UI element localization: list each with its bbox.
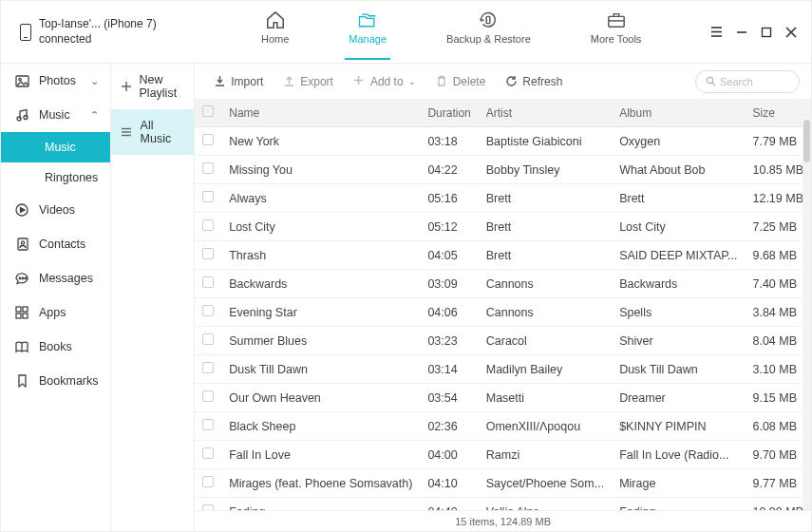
tab-backup[interactable]: Backup & Restore	[443, 5, 535, 60]
checkbox[interactable]	[202, 305, 214, 316]
checkbox[interactable]	[202, 248, 214, 259]
cell-artist: Brett	[479, 213, 612, 241]
tab-home[interactable]: Home	[257, 5, 293, 60]
checkbox[interactable]	[202, 191, 214, 202]
playlist-all-music[interactable]: All Music	[111, 109, 195, 155]
checkbox[interactable]	[202, 333, 214, 345]
col-name[interactable]: Name	[221, 99, 420, 127]
col-duration[interactable]: Duration	[420, 99, 478, 127]
checkbox[interactable]	[202, 219, 214, 231]
checkbox-all[interactable]	[202, 105, 214, 117]
cell-album: Dusk Till Dawn	[612, 355, 745, 384]
scrollbar-thumb[interactable]	[803, 120, 810, 162]
checkbox[interactable]	[202, 362, 214, 373]
checkbox[interactable]	[202, 134, 214, 145]
table-row[interactable]: Lost City05:12BrettLost City7.25 MB	[195, 213, 811, 241]
checkbox[interactable]	[202, 476, 214, 487]
table-row[interactable]: Fall In Love04:00RamziFall In Love (Radi…	[195, 441, 811, 469]
sidebar-item-apps[interactable]: Apps	[1, 295, 110, 330]
cell-name: Mirages (feat. Phoene Somsavath)	[221, 469, 420, 498]
window-controls	[710, 26, 797, 38]
table-row[interactable]: Our Own Heaven03:54MasettiDreamer9.15 MB	[195, 384, 811, 412]
table-row[interactable]: Black Sheep02:36OmenXIII/Λpoqou$KINNY PI…	[195, 412, 811, 441]
sidebar-item-contacts[interactable]: Contacts	[1, 227, 110, 261]
cell-size: 7.40 MB	[745, 270, 811, 298]
row-check[interactable]	[195, 469, 221, 498]
apps-icon	[14, 305, 29, 320]
delete-button[interactable]: Delete	[428, 71, 494, 92]
cell-name: Missing You	[221, 156, 420, 184]
menu-icon[interactable]	[710, 26, 723, 38]
row-check[interactable]	[195, 298, 221, 327]
tab-manage[interactable]: Manage	[345, 5, 390, 60]
row-check[interactable]	[195, 412, 221, 441]
refresh-button[interactable]: Refresh	[498, 71, 570, 92]
checkbox[interactable]	[202, 276, 214, 288]
addto-button[interactable]: Add to ⌄	[346, 71, 424, 92]
minimize-icon[interactable]	[736, 27, 747, 38]
sidebar-item-music[interactable]: Music ⌃	[1, 98, 110, 132]
sidebar-item-messages[interactable]: Messages	[1, 261, 110, 295]
scrollbar[interactable]	[803, 99, 811, 510]
row-check[interactable]	[195, 127, 221, 156]
table-row[interactable]: Always05:16BrettBrett12.19 MB	[195, 184, 811, 213]
sidebar-sub-music[interactable]: Music	[1, 132, 110, 162]
sidebar-item-books[interactable]: Books	[1, 330, 110, 364]
playlist-column: New Playlist All Music	[111, 64, 196, 531]
table-row[interactable]: Missing You04:22Bobby TinsleyWhat About …	[195, 156, 811, 184]
table-row[interactable]: Dusk Till Dawn03:14Madilyn BaileyDusk Ti…	[195, 355, 811, 384]
col-size[interactable]: Size	[745, 99, 811, 127]
titlebar: Top-Ianse'... (iPhone 7) connected Home …	[1, 1, 811, 63]
table-row[interactable]: Mirages (feat. Phoene Somsavath)04:10Say…	[195, 469, 811, 498]
new-playlist-button[interactable]: New Playlist	[111, 64, 195, 109]
row-check[interactable]	[195, 327, 221, 355]
row-check[interactable]	[195, 384, 221, 412]
cell-artist: Saycet/Phoene Som...	[479, 469, 612, 498]
checkbox[interactable]	[202, 162, 214, 174]
table-row[interactable]: Evening Star04:06CannonsSpells3.84 MB	[195, 298, 811, 327]
col-artist[interactable]: Artist	[479, 99, 612, 127]
search-input[interactable]: Search	[695, 70, 800, 93]
row-check[interactable]	[195, 213, 221, 241]
table-scroll[interactable]: Name Duration Artist Album Size New York…	[195, 99, 811, 510]
table-row[interactable]: Summer Blues03:23CaracolShiver8.04 MB	[195, 327, 811, 355]
sidebar-item-bookmarks[interactable]: Bookmarks	[1, 364, 110, 398]
sidebar-sub-ringtones[interactable]: Ringtones	[1, 162, 110, 193]
maximize-icon[interactable]	[761, 27, 772, 38]
row-check[interactable]	[195, 184, 221, 213]
cell-name: Our Own Heaven	[221, 384, 420, 412]
col-album[interactable]: Album	[612, 99, 745, 127]
cell-duration: 04:05	[420, 241, 478, 270]
row-check[interactable]	[195, 270, 221, 298]
contacts-icon	[14, 237, 29, 252]
row-check[interactable]	[195, 156, 221, 184]
checkbox[interactable]	[202, 447, 214, 459]
close-icon[interactable]	[785, 27, 797, 38]
checkbox[interactable]	[202, 390, 214, 402]
cell-duration: 04:10	[420, 469, 478, 498]
export-button[interactable]: Export	[275, 71, 341, 92]
sidebar-item-videos[interactable]: Videos	[1, 193, 110, 227]
plus-icon	[121, 81, 132, 92]
cell-artist: Brett	[479, 241, 612, 270]
table-row[interactable]: Fading04:40Vallis AlpsFading10.90 MB	[195, 498, 811, 511]
row-check[interactable]	[195, 241, 221, 270]
cell-size: 9.70 MB	[745, 441, 811, 469]
svg-rect-1	[608, 16, 623, 27]
checkbox[interactable]	[202, 419, 214, 430]
home-icon	[265, 10, 286, 29]
playlist-label: All Music	[141, 119, 185, 145]
checkbox[interactable]	[202, 504, 214, 510]
import-button[interactable]: Import	[206, 71, 271, 92]
device-area[interactable]: Top-Ianse'... (iPhone 7) connected	[20, 17, 219, 47]
tab-tools[interactable]: More Tools	[587, 5, 646, 60]
row-check[interactable]	[195, 441, 221, 469]
row-check[interactable]	[195, 355, 221, 384]
sidebar-item-photos[interactable]: Photos ⌄	[1, 64, 110, 98]
col-check[interactable]	[195, 99, 221, 127]
table-row[interactable]: New York03:18Baptiste GiabiconiOxygen7.7…	[195, 127, 811, 156]
table-row[interactable]: Thrash04:05BrettSAID DEEP MIXTAP...9.68 …	[195, 241, 811, 270]
svg-point-19	[22, 277, 24, 279]
row-check[interactable]	[195, 498, 221, 511]
table-row[interactable]: Backwards03:09CannonsBackwards7.40 MB	[195, 270, 811, 298]
